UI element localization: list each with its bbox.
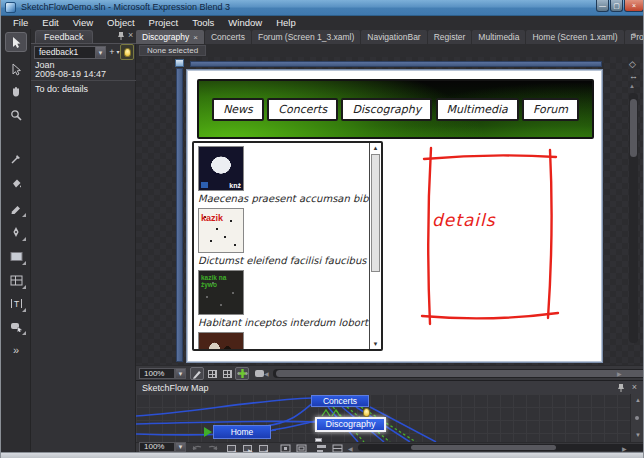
tab-home[interactable]: Home (Screen 1.xaml) <box>526 30 623 44</box>
tab-multimedia[interactable]: Multimedia <box>472 30 525 44</box>
map-close-icon[interactable]: × <box>632 382 637 392</box>
nav-button-news[interactable]: News <box>212 98 264 121</box>
tab-register[interactable]: Register <box>428 30 472 44</box>
menu-tools[interactable]: Tools <box>185 17 221 28</box>
layout-panel-tool[interactable] <box>5 270 27 290</box>
menu-edit[interactable]: Edit <box>35 17 65 28</box>
text-tool[interactable]: T <box>5 293 27 313</box>
menu-file[interactable]: File <box>6 17 35 28</box>
show-grid-toggle[interactable] <box>205 367 219 380</box>
artboard-scroll-up-icon[interactable]: ▲ <box>629 83 635 89</box>
nav-button-forum[interactable]: Forum <box>522 98 579 121</box>
breadcrumb[interactable]: None selected <box>139 45 206 56</box>
tab-concerts[interactable]: Concerts <box>205 30 251 44</box>
canvas-zoom-dropdown-icon[interactable]: ▼ <box>175 368 186 379</box>
tab-overflow-icon[interactable]: ▼ <box>631 32 637 38</box>
list-item-caption: Dictumst eleifend facilisi faucibus <box>198 255 369 266</box>
map-scroll-up-icon[interactable]: ▲ <box>635 397 641 403</box>
tab-discography[interactable]: Discography× <box>136 30 204 44</box>
list-item[interactable]: kazik Dictumst eleifend facilisi faucibu… <box>194 205 369 267</box>
pan-tool[interactable] <box>5 81 27 101</box>
list-item[interactable]: kazik na żywo Habitant inceptos interdum… <box>194 267 369 329</box>
maximize-button[interactable]: ▢ <box>610 0 623 12</box>
sketchflow-map-header[interactable]: SketchFlow Map × <box>136 380 644 394</box>
feedback-timestamp: 2009-08-19 14:47 <box>35 69 106 79</box>
canvas-zoom-value[interactable]: 100% <box>139 368 175 379</box>
split-view-icon[interactable]: ↔ <box>629 71 638 81</box>
menu-help[interactable]: Help <box>269 17 303 28</box>
album-art: kazik na żywo <box>198 270 244 315</box>
nav-button-discography[interactable]: Discography <box>341 98 432 121</box>
pen-tool[interactable] <box>5 222 27 242</box>
direct-selection-arrow-icon <box>10 63 22 76</box>
direct-selection-tool[interactable] <box>5 59 27 79</box>
canvas-status-bar: 100% ▼ ◀ ▶ <box>136 365 644 380</box>
more-tools-button[interactable]: » <box>5 340 27 360</box>
eyedropper-tool[interactable] <box>5 149 27 169</box>
map-pin-icon[interactable] <box>617 383 625 393</box>
screen-delete-icon: × <box>259 445 268 452</box>
tab-forum[interactable]: Forum (Screen 1_3.xaml) <box>252 30 360 44</box>
nav-button-multimedia[interactable]: Multimedia <box>436 98 519 121</box>
map-node-concerts[interactable]: Concerts <box>311 395 369 407</box>
map-vertical-scrollbar[interactable]: ▲ ▼ <box>630 394 644 442</box>
app-icon <box>5 2 16 13</box>
paint-bucket-tool[interactable] <box>5 174 27 194</box>
list-scrollbar[interactable]: ▲ ▼ <box>369 143 381 349</box>
canvas-scroll-right-icon[interactable]: ▶ <box>617 370 622 377</box>
nav-button-concerts[interactable]: Concerts <box>267 98 338 121</box>
map-node-discography[interactable]: Discography <box>315 417 386 432</box>
selection-tool[interactable] <box>5 32 27 52</box>
map-zoom-value[interactable]: 100% <box>139 442 175 452</box>
map-scroll-down-icon[interactable]: ▼ <box>635 432 641 438</box>
tab-navigationbar[interactable]: NavigationBar <box>361 30 426 44</box>
scroll-up-icon[interactable]: ▲ <box>370 143 381 153</box>
rectangle-icon <box>10 251 23 262</box>
map-zoom-dropdown-icon[interactable]: ▼ <box>175 442 186 452</box>
design-view-icon[interactable]: ◇ <box>629 59 636 69</box>
asset-tool[interactable] <box>5 316 27 336</box>
snap-to-snaplines-toggle[interactable] <box>235 367 249 380</box>
menu-project[interactable]: Project <box>142 17 186 28</box>
window-title: SketchFlowDemo.sln - Microsoft Expressio… <box>21 2 230 12</box>
close-button[interactable]: × <box>624 0 644 12</box>
annotation-text: details <box>432 210 496 230</box>
tab-close-icon[interactable]: × <box>193 33 198 42</box>
artboard-vscrollbar-thumb[interactable] <box>630 99 637 157</box>
album-listbox[interactable]: knż Maecenas praesent accumsan bibendum … <box>192 141 383 351</box>
map-scroll-elevator[interactable] <box>635 416 639 420</box>
feedback-note: To do: details <box>35 84 88 94</box>
minimize-button[interactable]: — <box>596 0 609 12</box>
screen-icon: + <box>227 445 236 452</box>
combobox-dropdown-icon[interactable]: ▼ <box>95 46 106 59</box>
map-scroll-left-icon[interactable]: ◀ <box>348 445 353 452</box>
menu-view[interactable]: View <box>66 17 100 28</box>
tool-flyout-indicator <box>22 308 26 312</box>
eraser-icon <box>10 202 22 214</box>
map-lightbulb-icon <box>363 408 370 417</box>
list-item[interactable] <box>194 329 369 349</box>
snap-grid-toggle[interactable] <box>220 367 234 380</box>
rectangle-tool[interactable] <box>5 246 27 266</box>
eraser-tool[interactable] <box>5 198 27 218</box>
scrollbar-thumb[interactable] <box>371 154 380 272</box>
map-node-home[interactable]: Home <box>213 425 271 439</box>
canvas-hscrollbar-thumb[interactable] <box>276 370 644 377</box>
details-annotation: details <box>420 144 562 328</box>
canvas-scroll-left-icon[interactable]: ◀ <box>264 370 269 377</box>
snap-grid-icon <box>223 370 232 378</box>
menu-window[interactable]: Window <box>221 17 269 28</box>
sketch-style-toggle[interactable] <box>190 367 204 380</box>
title-bar[interactable]: SketchFlowDemo.sln - Microsoft Expressio… <box>1 0 644 16</box>
feedback-panel-tab[interactable]: Feedback <box>35 30 93 44</box>
list-item[interactable]: knż Maecenas praesent accumsan bibendum <box>194 143 369 205</box>
svg-text:T: T <box>14 298 19 308</box>
map-hscrollbar-thumb[interactable] <box>411 445 556 450</box>
sketchflow-map-canvas[interactable]: Concerts Discography Home <box>136 394 630 442</box>
scroll-down-icon[interactable]: ▼ <box>370 339 381 349</box>
feedback-visibility-toggle[interactable] <box>120 44 134 60</box>
zoom-tool[interactable] <box>5 105 27 125</box>
album-art: knż <box>198 146 244 191</box>
map-scroll-right-icon[interactable]: ▶ <box>622 445 627 452</box>
menu-object[interactable]: Object <box>100 17 141 28</box>
